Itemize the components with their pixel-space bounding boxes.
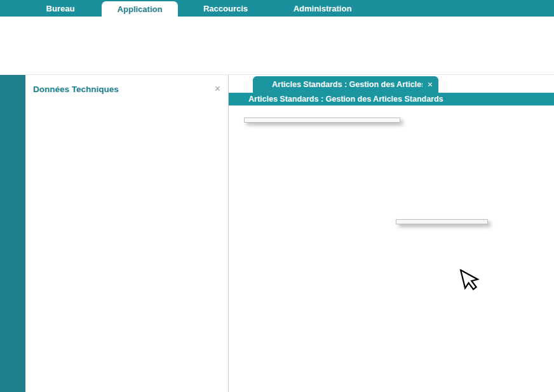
sidebar-header: Données Techniques × <box>25 75 228 103</box>
icon-rail <box>0 75 25 392</box>
document-tab-title: Articles Standards : Gestion des Article… <box>272 80 422 89</box>
ribbon-tab-administration[interactable]: Administration <box>273 0 372 17</box>
sidebar-title: Données Techniques <box>33 84 215 94</box>
topbar-spacer <box>0 0 19 17</box>
document-tab[interactable]: Articles Standards : Gestion des Article… <box>253 76 438 93</box>
sidebar-close-icon[interactable]: × <box>215 83 220 95</box>
context-submenu <box>396 219 488 224</box>
navigation-sidebar: Données Techniques × <box>25 75 229 392</box>
grid-body <box>229 118 554 392</box>
document-tabstrip: Articles Standards : Gestion des Article… <box>229 75 554 93</box>
document-titlebar: Articles Standards : Gestion des Article… <box>229 93 554 105</box>
toolbar-group-edition <box>0 17 243 74</box>
binoculars-icon <box>234 95 243 104</box>
binoculars-icon <box>259 80 267 89</box>
ribbon-toolbar <box>0 17 554 75</box>
ribbon-tab-raccourcis[interactable]: Raccourcis <box>178 0 273 17</box>
home-tab-button[interactable] <box>234 78 248 90</box>
grid-header-row <box>229 105 554 118</box>
ribbon-tab-bar: BureauApplicationRaccourcisAdministratio… <box>0 0 554 17</box>
ribbon-tab-application[interactable]: Application <box>102 1 178 17</box>
document-title: Articles Standards : Gestion des Article… <box>248 95 443 104</box>
context-menu <box>244 118 400 123</box>
tab-close-icon[interactable]: × <box>428 79 433 90</box>
ribbon-tab-bureau[interactable]: Bureau <box>19 0 102 17</box>
